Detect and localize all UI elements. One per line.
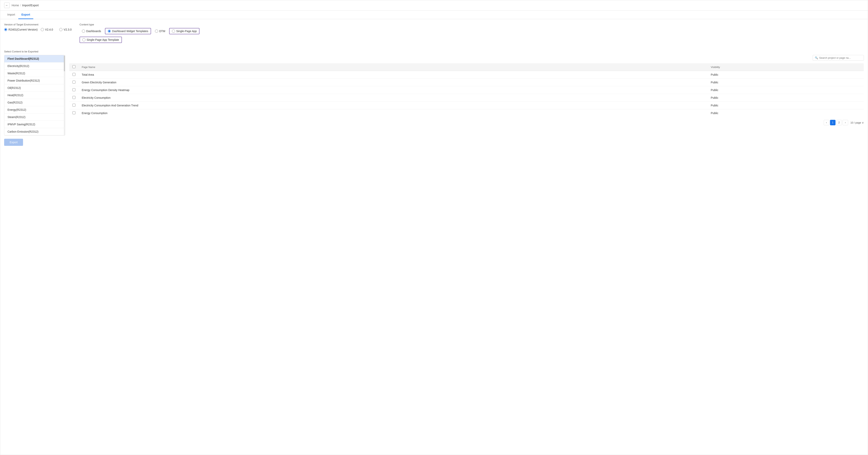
tab-import[interactable]: Import <box>4 11 18 19</box>
row-checkbox[interactable] <box>72 88 75 91</box>
table-row: Energy Consumption Density Heatmap Publi… <box>69 86 864 94</box>
main-grid: Fleet Dashboard(R2312) Electricity(R2312… <box>4 55 864 146</box>
row-visibility: Public <box>708 94 864 102</box>
row-checkbox-cell <box>69 86 79 94</box>
table-row: Electricity Consumption And Generation T… <box>69 102 864 109</box>
row-checkbox[interactable] <box>72 111 75 114</box>
ct-radio-widget-templates[interactable] <box>108 30 111 33</box>
data-table: Page Name Visibility Total Area Public G… <box>69 63 864 117</box>
search-input[interactable] <box>819 56 862 59</box>
table-row: Electricity Consumption Public <box>69 94 864 102</box>
project-item-oil[interactable]: Oil(R2312) <box>4 84 65 92</box>
table-row: Total Area Public <box>69 71 864 79</box>
breadcrumb-home[interactable]: Home <box>11 4 19 7</box>
row-visibility: Public <box>708 109 864 117</box>
project-item-electricity[interactable]: Electricity(R2312) <box>4 62 65 70</box>
page-size-selector[interactable]: 10 / page ∨ <box>850 121 864 124</box>
row-checkbox-cell <box>69 79 79 86</box>
select-all-checkbox[interactable] <box>72 65 75 68</box>
page-2-button[interactable]: 2 <box>836 120 842 125</box>
row-page-name: Energy Consumption Density Heatmap <box>79 86 708 94</box>
back-button[interactable]: ← <box>4 3 10 8</box>
project-list-scroll[interactable]: Fleet Dashboard(R2312) Electricity(R2312… <box>4 55 65 135</box>
project-item-fleet[interactable]: Fleet Dashboard(R2312) <box>4 55 65 62</box>
row-checkbox[interactable] <box>72 104 75 107</box>
ct-radio-spa-template[interactable] <box>82 38 86 41</box>
version-option-v230[interactable]: V2.3.0 <box>59 28 71 31</box>
ct-option-widget-templates[interactable]: Dashboard Widget Templates <box>105 28 151 34</box>
version-radio-r2401[interactable] <box>4 28 7 31</box>
table-row: Energy Consumption Public <box>69 109 864 117</box>
ct-label-spa-template: Single-Page App Template <box>87 38 119 41</box>
row-checkbox-cell <box>69 94 79 102</box>
row-visibility: Public <box>708 86 864 94</box>
search-input-wrap: 🔍 <box>813 55 864 61</box>
version-label: Version of Target Environment <box>4 23 72 26</box>
version-radio-v230[interactable] <box>59 28 62 31</box>
table-header-row: Page Name Visibility <box>69 63 864 71</box>
project-item-power-dist[interactable]: Power Distribution(R2312) <box>4 77 65 84</box>
row-checkbox[interactable] <box>72 81 75 84</box>
tabs-bar: Import Export <box>0 11 868 19</box>
project-item-ipmvp[interactable]: IPMVP Saving(R2312) <box>4 121 65 128</box>
version-radio-v240[interactable] <box>41 28 44 31</box>
ct-option-single-page-app[interactable]: Single-Page App <box>169 28 199 34</box>
prev-page-button[interactable]: ‹ <box>824 120 829 125</box>
ct-radio-dashboards[interactable] <box>82 30 85 33</box>
scroll-thumb <box>64 56 65 71</box>
ct-label-single-page-app: Single-Page App <box>176 30 197 33</box>
top-options-row: Version of Target Environment R2401(Curr… <box>4 23 864 47</box>
page-size-chevron: ∨ <box>862 121 864 124</box>
row-checkbox[interactable] <box>72 73 75 76</box>
content-type-section: Content type Dashboards Dashboard Widget… <box>80 23 237 43</box>
row-checkbox-cell <box>69 102 79 109</box>
version-label-v240: V2.4.0 <box>45 28 53 31</box>
page-size-label: 10 / page <box>850 121 861 124</box>
select-content-label: Select Content to be Exported <box>4 50 864 53</box>
page-wrapper: ← Home / Import/Export Import Export Ver… <box>0 0 868 455</box>
ct-option-spa-template[interactable]: Single-Page App Template <box>80 37 122 43</box>
row-page-name: Energy Consumption <box>79 109 708 117</box>
breadcrumb: Home / Import/Export <box>11 4 39 7</box>
version-option-v240[interactable]: V2.4.0 <box>41 28 53 31</box>
project-item-heat[interactable]: Heat(R2312) <box>4 92 65 99</box>
table-row: Green Electricity Generation Public <box>69 79 864 86</box>
ct-radio-single-page-app[interactable] <box>172 30 175 33</box>
breadcrumb-current: Import/Export <box>22 4 39 7</box>
version-option-r2401[interactable]: R2401(Current Version) <box>4 28 38 31</box>
page-1-button[interactable]: 1 <box>830 120 836 125</box>
next-page-button[interactable]: › <box>843 120 848 125</box>
version-label-v230: V2.3.0 <box>64 28 71 31</box>
ct-option-dtm[interactable]: DTM <box>153 28 167 34</box>
th-checkbox <box>69 63 79 71</box>
export-button[interactable]: Export <box>4 139 23 146</box>
row-checkbox[interactable] <box>72 96 75 99</box>
table-body: Total Area Public Green Electricity Gene… <box>69 71 864 117</box>
header: ← Home / Import/Export <box>0 0 868 11</box>
content-type-label: Content type <box>80 23 237 26</box>
row-visibility: Public <box>708 71 864 79</box>
ct-radio-dtm[interactable] <box>155 30 158 33</box>
project-item-energy[interactable]: Energy(R2312) <box>4 106 65 114</box>
project-item-carbon[interactable]: Carbon Emission(R2312) <box>4 128 65 135</box>
project-item-gas[interactable]: Gas(R2312) <box>4 99 65 106</box>
row-page-name: Electricity Consumption <box>79 94 708 102</box>
ct-label-dashboards: Dashboards <box>86 30 101 33</box>
row-checkbox-cell <box>69 71 79 79</box>
back-icon: ← <box>5 4 8 7</box>
project-item-waste[interactable]: Waste(R2312) <box>4 70 65 77</box>
version-radio-group: R2401(Current Version) V2.4.0 V2.3.0 <box>4 28 72 31</box>
tab-export[interactable]: Export <box>18 11 33 19</box>
project-item-steam[interactable]: Steam(R2312) <box>4 114 65 121</box>
row-checkbox-cell <box>69 109 79 117</box>
breadcrumb-sep: / <box>20 4 21 7</box>
version-section: Version of Target Environment R2401(Curr… <box>4 23 72 43</box>
project-list: Fleet Dashboard(R2312) Electricity(R2312… <box>4 55 65 136</box>
search-icon: 🔍 <box>815 56 818 59</box>
search-row: 🔍 <box>69 55 864 61</box>
row-page-name: Electricity Consumption And Generation T… <box>79 102 708 109</box>
left-panel: Fleet Dashboard(R2312) Electricity(R2312… <box>4 55 65 146</box>
ct-option-dashboards[interactable]: Dashboards <box>80 28 103 34</box>
row-page-name: Green Electricity Generation <box>79 79 708 86</box>
th-visibility: Visibility <box>708 63 864 71</box>
